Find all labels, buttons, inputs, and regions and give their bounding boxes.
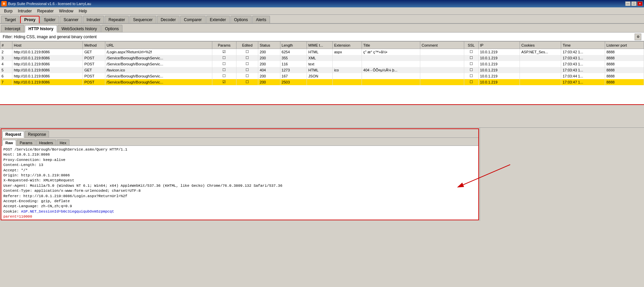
menu-intruder[interactable]: Intruder: [15, 8, 34, 14]
table-cell: /Service/Borough/BoroughServic...: [105, 61, 212, 67]
col-header-url[interactable]: URL: [105, 42, 212, 49]
request-body: POST /Service/Borough/BoroughService.asm…: [1, 146, 478, 220]
menu-window[interactable]: Window: [56, 8, 76, 14]
col-header-comment[interactable]: Comment: [420, 42, 464, 49]
menu-repeater[interactable]: Repeater: [35, 8, 56, 14]
tab-proxy[interactable]: Proxy: [20, 16, 39, 23]
table-cell: ☐: [236, 61, 258, 67]
tab-intruder[interactable]: Intruder: [83, 16, 104, 23]
table-cell: /favicon.ico: [105, 67, 212, 73]
table-row[interactable]: 4http://10.0.1.219:8086POST/Service/Boro…: [0, 61, 644, 67]
tab-target[interactable]: Target: [1, 16, 19, 23]
table-cell: [307, 79, 333, 85]
col-header-num[interactable]: #: [0, 42, 12, 49]
table-cell: ☐: [464, 49, 478, 55]
table-cell: 8888: [605, 55, 644, 61]
col-header-title[interactable]: Title: [362, 42, 420, 49]
col-header-ssl[interactable]: SSL: [464, 42, 478, 49]
tab-alerts[interactable]: Alerts: [252, 16, 270, 23]
table-cell: 10.0.1.219: [479, 67, 520, 73]
table-cell: ☐: [464, 73, 478, 79]
request-response-panel: Request Response Raw Params Headers Hex …: [1, 128, 479, 220]
table-cell: 6: [0, 73, 12, 79]
tab-hex[interactable]: Hex: [57, 139, 69, 146]
filter-settings-button[interactable]: ⚙: [635, 34, 641, 40]
tab-options[interactable]: Options: [230, 16, 252, 23]
table-cell: [420, 67, 464, 73]
table-row[interactable]: 7http://10.0.1.219:8086POST/Service/Boro…: [0, 79, 644, 85]
table-cell: 8888: [605, 79, 644, 85]
table-cell: HTML: [307, 49, 333, 55]
table-cell: 17:03:42 1...: [561, 49, 605, 55]
table-cell: /Service/Borough/BoroughServic...: [105, 55, 212, 61]
tab-intercept[interactable]: Intercept: [1, 25, 24, 32]
table-cell: ASP.NET_Ses...: [520, 49, 561, 55]
table-cell: /Service/Borough/BoroughServic...: [105, 79, 212, 85]
tab-spider[interactable]: Spider: [40, 16, 59, 23]
col-header-listener[interactable]: Listener port: [605, 42, 644, 49]
table-cell: POST: [83, 61, 105, 67]
col-header-mime[interactable]: MIME t...: [307, 42, 333, 49]
table-cell: [420, 79, 464, 85]
table-row[interactable]: 5http://10.0.1.219:8086GET/favicon.ico☐☐…: [0, 67, 644, 73]
col-header-status[interactable]: Status: [258, 42, 280, 49]
tab-sequencer[interactable]: Sequencer: [129, 16, 156, 23]
col-header-params[interactable]: Params: [212, 42, 236, 49]
table-cell: [362, 55, 420, 61]
table-cell: 200: [258, 49, 280, 55]
tab-scanner[interactable]: Scanner: [60, 16, 82, 23]
table-cell: 17:03:47 1...: [561, 79, 605, 85]
table-cell: 7: [0, 79, 12, 85]
table-cell: 10.0.1.219: [479, 49, 520, 55]
maximize-button[interactable]: □: [631, 1, 637, 6]
table-cell: 200: [258, 55, 280, 61]
col-header-ip[interactable]: IP: [479, 42, 520, 49]
tab-websockets-history[interactable]: WebSockets history: [58, 25, 101, 32]
col-header-length[interactable]: Length: [280, 42, 307, 49]
col-header-host[interactable]: Host: [12, 42, 83, 49]
table-cell: ☐: [464, 61, 478, 67]
table-row[interactable]: 3http://10.0.1.219:8086POST/Service/Boro…: [0, 55, 644, 61]
window-title: Burp Suite Professional v1.6 - licensed …: [8, 2, 91, 6]
table-cell: [520, 55, 561, 61]
table-cell: 4: [0, 61, 12, 67]
col-header-cookies[interactable]: Cookies: [520, 42, 561, 49]
tab-raw[interactable]: Raw: [2, 140, 16, 146]
col-header-method[interactable]: Method: [83, 42, 105, 49]
table-cell: text: [307, 61, 333, 67]
minimize-button[interactable]: —: [625, 1, 631, 6]
right-panel: [480, 128, 644, 221]
table-row[interactable]: 2http://10.0.1.219:8086GET/Login.aspx?Re…: [0, 49, 644, 55]
tab-comparer[interactable]: Comparer: [180, 16, 205, 23]
table-cell: http://10.0.1.219:8086: [12, 73, 83, 79]
table-cell: 10.0.1.219: [479, 79, 520, 85]
col-header-ext[interactable]: Extension: [333, 42, 362, 49]
tab-decoder[interactable]: Decoder: [157, 16, 179, 23]
tab-options-sub[interactable]: Options: [101, 25, 122, 32]
table-cell: GET: [83, 49, 105, 55]
table-cell: [420, 73, 464, 79]
tab-repeater[interactable]: Repeater: [105, 16, 128, 23]
table-cell: [420, 55, 464, 61]
menu-burp[interactable]: Burp: [1, 8, 15, 14]
col-header-time[interactable]: Time: [561, 42, 605, 49]
tab-request[interactable]: Request: [2, 131, 24, 138]
col-header-edited[interactable]: Edited: [236, 42, 258, 49]
close-button[interactable]: ✕: [637, 1, 643, 6]
app-icon: B: [1, 1, 7, 6]
table-cell: [333, 61, 362, 67]
table-cell: 200: [258, 79, 280, 85]
table-cell: 8888: [605, 49, 644, 55]
tab-headers[interactable]: Headers: [36, 139, 56, 146]
tab-extender[interactable]: Extender: [206, 16, 230, 23]
tab-params[interactable]: Params: [17, 139, 36, 146]
window-controls[interactable]: — □ ✕: [625, 1, 643, 6]
table-cell: 5: [0, 67, 12, 73]
table-cell: POST: [83, 79, 105, 85]
filter-text: Filter: Hiding CSS, image and general bi…: [3, 35, 97, 39]
tab-response[interactable]: Response: [25, 131, 49, 137]
table-row[interactable]: 6http://10.0.1.219:8086POST/Service/Boro…: [0, 73, 644, 79]
menu-help[interactable]: Help: [76, 8, 90, 14]
table-cell: ç" æ° ç™»å½•: [362, 49, 420, 55]
tab-http-history[interactable]: HTTP history: [25, 25, 57, 33]
